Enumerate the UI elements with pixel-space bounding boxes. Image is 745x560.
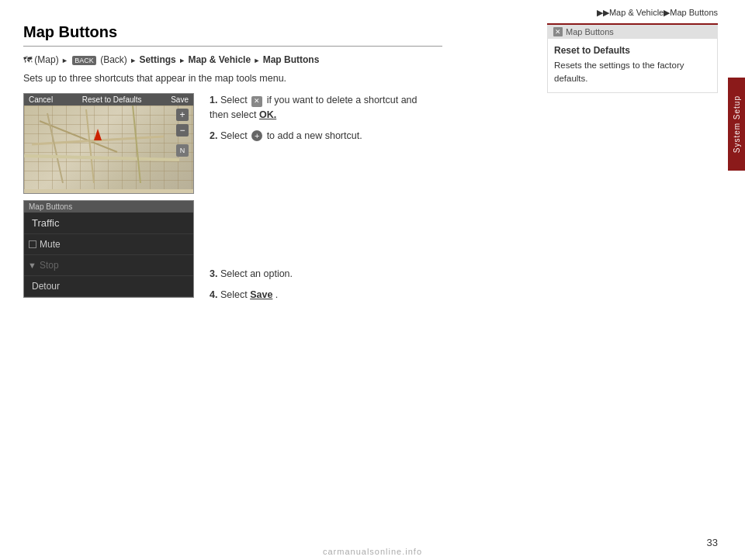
nav-map-buttons: Map Buttons	[263, 54, 320, 65]
step4: 4. Select Save .	[210, 288, 435, 302]
traffic-label: Traffic	[32, 217, 59, 229]
watermark: carmanualsonline.info	[323, 547, 422, 556]
nav-arrow4-icon: ►	[253, 57, 260, 64]
detour-label: Detour	[32, 281, 60, 292]
right-panel-x-icon: ✕	[553, 27, 563, 36]
right-panel-title: Map Buttons	[566, 27, 614, 36]
map-roads	[24, 105, 193, 189]
right-panel: ✕ Map Buttons Reset to Defaults Resets t…	[547, 23, 718, 93]
cancel-button[interactable]: Cancel	[29, 95, 53, 104]
nav-arrow-icon: ►	[61, 57, 68, 64]
step2: 2. Select + to add a new shortcut.	[210, 129, 435, 143]
list-item[interactable]: Detour	[24, 276, 193, 297]
svg-line-0	[40, 121, 117, 152]
list-item[interactable]: Mute	[24, 234, 193, 255]
svg-line-3	[86, 109, 94, 183]
right-panel-header: ✕ Map Buttons	[547, 23, 718, 39]
nav-map-label: (Map)	[34, 54, 58, 65]
map-buttons-list-header: Map Buttons	[24, 201, 193, 213]
page-title: Map Buttons	[23, 23, 442, 47]
sidebar-tab: System Setup	[728, 78, 745, 171]
reset-defaults-title: Reset to Defaults	[554, 45, 711, 56]
reset-defaults-button[interactable]: Reset to Defaults	[82, 95, 142, 104]
svg-line-5	[133, 105, 140, 183]
list-item[interactable]: Traffic	[24, 213, 193, 234]
svg-marker-6	[94, 129, 102, 140]
stop-label: Stop	[40, 260, 59, 271]
nav-map-icon: 🗺	[23, 55, 32, 64]
nav-back-label: (Back)	[100, 54, 127, 65]
main-content: Map Buttons 🗺 (Map) ► BACK (Back) ► Sett…	[23, 23, 442, 309]
step1: 1. Select ✕ if you want to delete a shor…	[210, 93, 435, 123]
svg-line-2	[47, 113, 63, 183]
description: Sets up to three shortcuts that appear i…	[23, 73, 442, 84]
nav-map-vehicle: Map & Vehicle	[188, 54, 251, 65]
reset-defaults-text: Resets the settings to the factory defau…	[554, 59, 711, 86]
nav-arrow3-icon: ►	[178, 57, 185, 64]
delete-icon: ✕	[251, 96, 262, 107]
svg-line-4	[24, 156, 179, 160]
breadcrumb: ▶▶Map & Vehicle▶Map Buttons	[597, 8, 718, 18]
list-item[interactable]: ▼ Stop	[24, 255, 193, 276]
nav-settings: Settings	[139, 54, 175, 65]
page-number: 33	[707, 537, 718, 548]
instructions-panel: 1. Select ✕ if you want to delete a shor…	[210, 93, 435, 309]
nav-back-icon: BACK	[72, 56, 96, 65]
step3: 3. Select an option.	[210, 267, 435, 282]
mute-label: Mute	[40, 239, 61, 250]
right-panel-content: Reset to Defaults Resets the settings to…	[547, 39, 718, 93]
map-buttons-list: Map Buttons Traffic Mute ▼ Stop Detour	[23, 200, 194, 298]
map-body: + − N	[24, 105, 193, 189]
map-screenshot: Cancel Reset to Defaults Save + − N	[23, 93, 194, 194]
save-button[interactable]: Save	[171, 95, 189, 104]
nav-path: 🗺 (Map) ► BACK (Back) ► Settings ► Map &…	[23, 54, 442, 65]
map-toolbar: Cancel Reset to Defaults Save	[24, 94, 193, 105]
nav-arrow2-icon: ►	[130, 57, 137, 64]
mute-checkbox	[29, 240, 36, 248]
add-icon: +	[251, 130, 262, 141]
down-arrow-icon: ▼	[28, 261, 36, 270]
step3-4-container: 3. Select an option. 4. Select Save .	[210, 267, 435, 302]
